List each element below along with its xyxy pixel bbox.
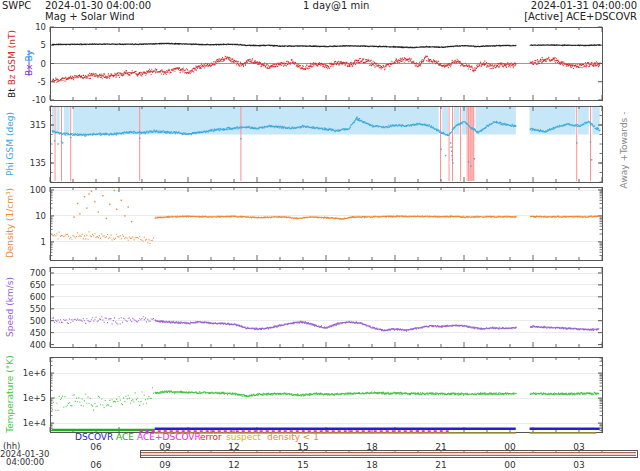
y-tick-label: 100 — [30, 185, 46, 195]
outlier-point — [94, 201, 95, 202]
legend-item-error: error — [200, 433, 222, 442]
hour-label-strip: 09 — [159, 460, 171, 470]
hour-label-strip: 15 — [297, 460, 308, 470]
outlier-point — [452, 162, 453, 163]
overview-strip — [140, 451, 637, 458]
swpc-solar-wind-plot: SWPC 2024-01-30 04:00:00 1 day@1 min 202… — [0, 0, 640, 471]
y-tick-label: 10 — [35, 211, 46, 221]
y-tick-label: 700 — [30, 268, 46, 278]
legend-item-density-1: density < 1 — [267, 433, 319, 442]
y-tick-label: 1e+6 — [23, 368, 46, 378]
phi-away-sector-band — [64, 107, 70, 135]
outlier-point — [590, 141, 591, 142]
outlier-point — [70, 137, 71, 138]
y-tick-label: 650 — [30, 280, 46, 290]
y-tick-label: 315 — [30, 120, 46, 130]
outlier-point — [451, 151, 452, 152]
outlier-point — [73, 216, 74, 217]
outlier-point — [109, 204, 110, 205]
outlier-point — [114, 190, 115, 191]
series-density — [52, 216, 600, 244]
chart-canvas: 1050-5-103151351001017006506005505004504… — [0, 0, 640, 471]
series-temperature — [52, 388, 600, 411]
outlier-point — [576, 142, 577, 143]
outlier-point — [98, 211, 99, 212]
y-tick-label: 5 — [41, 40, 46, 50]
outlier-point — [61, 141, 62, 142]
outlier-point — [450, 146, 451, 147]
phi-away-sector-band — [454, 107, 460, 135]
outlier-point — [62, 142, 63, 143]
outlier-point — [240, 138, 241, 139]
phi-away-sector-band — [56, 107, 59, 135]
hour-label-strip: 18 — [366, 460, 378, 470]
outlier-point — [470, 165, 471, 166]
outlier-point — [106, 218, 107, 219]
outlier-point — [450, 142, 451, 143]
legend-item-dscovr: DSCOVR — [75, 433, 113, 442]
y-tick-label: -10 — [32, 95, 46, 105]
y-tick-label: 1e+5 — [23, 393, 46, 403]
legend-item-suspect: suspect — [226, 433, 261, 442]
y-tick-label: 1 — [41, 237, 46, 247]
footer-start-time: 04:00:00 — [6, 458, 44, 467]
y-tick-label: 0 — [41, 59, 46, 69]
outlier-point — [139, 138, 140, 139]
outlier-point — [124, 215, 125, 216]
phi-away-sector-band — [73, 107, 439, 135]
series-bz — [52, 56, 601, 82]
y-tick-label: 550 — [30, 304, 46, 314]
outlier-point — [86, 207, 87, 208]
y-tick-label: 400 — [30, 340, 46, 350]
outlier-point — [451, 155, 452, 156]
outlier-point — [452, 159, 453, 160]
phi-away-sector-band — [578, 107, 589, 135]
outlier-point — [91, 190, 92, 191]
outlier-point — [359, 118, 360, 119]
error-marker-wide — [466, 107, 474, 181]
y-tick-label: 135 — [30, 158, 46, 168]
outlier-point — [88, 193, 89, 194]
outlier-point — [356, 116, 357, 117]
hour-label-strip: 03 — [573, 460, 584, 470]
outlier-point — [591, 159, 592, 160]
y-tick-label: 500 — [30, 316, 46, 326]
series-speed — [52, 317, 600, 331]
hour-label-strip: 00 — [504, 460, 516, 470]
outlier-point — [468, 161, 469, 162]
outlier-point — [54, 140, 55, 141]
hour-label-strip: 12 — [228, 460, 239, 470]
hour-label-main: 06 — [90, 442, 102, 452]
outlier-point — [128, 206, 129, 207]
y-tick-label: 1e+4 — [23, 418, 46, 428]
outlier-point — [57, 143, 58, 144]
hour-label-strip: 21 — [435, 460, 446, 470]
outlier-point — [84, 196, 85, 197]
outlier-point — [121, 200, 122, 201]
y-tick-label: 10 — [35, 22, 46, 32]
hour-label-strip: 06 — [90, 460, 102, 470]
phi-away-sector-band — [442, 107, 448, 135]
legend-item-ace: ACE — [116, 433, 134, 442]
outlier-point — [474, 158, 475, 159]
outlier-point — [102, 195, 103, 196]
y-tick-label: 600 — [30, 292, 46, 302]
outlier-point — [79, 213, 80, 214]
outlier-point — [77, 203, 78, 204]
panel-frame-density — [50, 187, 602, 260]
outlier-point — [131, 221, 132, 222]
outlier-point — [440, 149, 441, 150]
outlier-point — [445, 155, 446, 156]
legend-item-ace-dscovr: ACE+DSCOVR — [137, 433, 201, 442]
y-tick-label: 450 — [30, 328, 46, 338]
series-bt — [52, 43, 601, 48]
panel-frame-speed — [50, 267, 602, 347]
y-tick-label: -5 — [38, 77, 46, 87]
outlier-point — [116, 209, 117, 210]
